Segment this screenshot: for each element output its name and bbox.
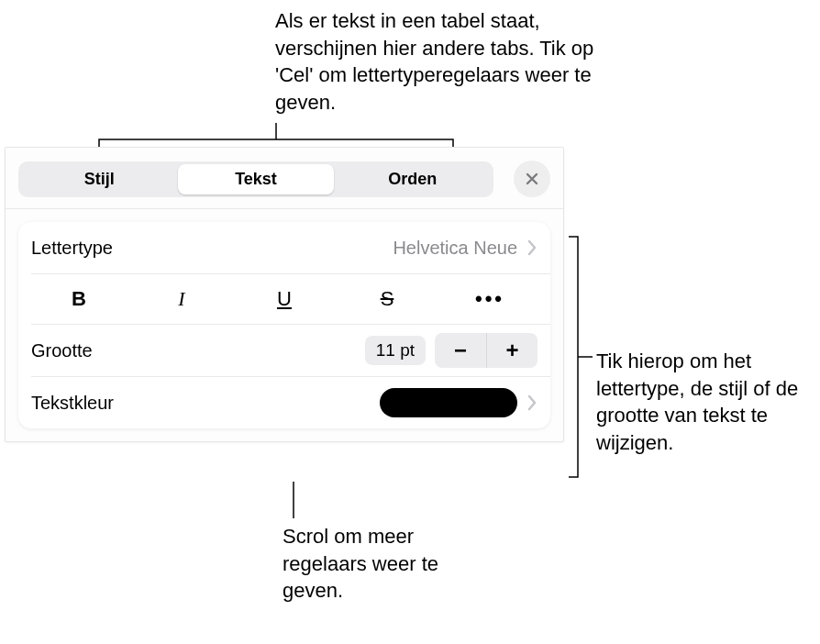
font-value: Helvetica Neue (393, 238, 517, 259)
tab-orden[interactable]: Orden (334, 164, 491, 194)
chevron-right-icon (526, 239, 537, 256)
tab-tekst[interactable]: Tekst (178, 164, 335, 194)
underline-button[interactable]: U (233, 282, 336, 316)
size-label: Grootte (31, 340, 93, 361)
chevron-right-icon (526, 394, 537, 411)
format-panel: Stijl Tekst Orden Lettertype Helvetica N… (5, 147, 564, 442)
font-row[interactable]: Lettertype Helvetica Neue (18, 222, 550, 273)
size-stepper: − + (435, 333, 537, 368)
size-value-chip[interactable]: 11 pt (365, 336, 426, 365)
font-size-row: Grootte 11 pt − + (18, 325, 550, 376)
size-increase-button[interactable]: + (486, 333, 537, 368)
segmented-control: Stijl Tekst Orden (18, 161, 493, 197)
callout-scroll-more: Scrol om meer regelaars weer te geven. (283, 523, 484, 605)
text-color-row[interactable]: Tekstkleur (18, 377, 550, 428)
callout-tabs-note: Als er tekst in een tabel staat, verschi… (275, 7, 615, 117)
tab-bar: Stijl Tekst Orden (6, 148, 563, 209)
size-decrease-button[interactable]: − (435, 333, 486, 368)
close-button[interactable] (514, 161, 550, 197)
tab-stijl[interactable]: Stijl (21, 164, 178, 194)
bold-button[interactable]: B (28, 282, 130, 316)
format-toggles-row: B I U S ••• (18, 274, 550, 324)
text-color-swatch[interactable] (380, 388, 517, 417)
more-format-button[interactable]: ••• (438, 282, 541, 316)
close-icon (525, 172, 539, 186)
callout-font-controls: Tik hierop om het lettertype, de stijl o… (596, 348, 816, 457)
font-label: Lettertype (31, 238, 113, 259)
text-settings-card: Lettertype Helvetica Neue B I U S ••• Gr… (18, 222, 550, 428)
text-color-label: Tekstkleur (31, 393, 114, 414)
italic-button[interactable]: I (130, 282, 233, 316)
strike-button[interactable]: S (336, 282, 438, 316)
